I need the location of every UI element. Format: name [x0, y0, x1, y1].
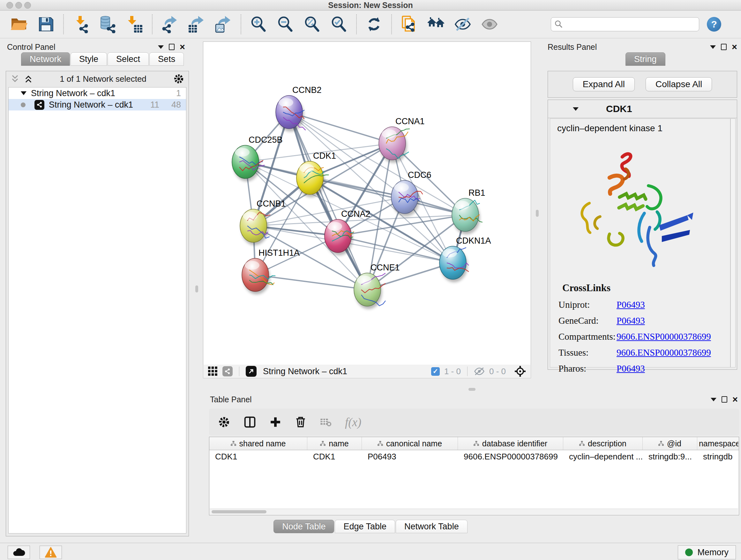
node-label: CCNE1: [370, 263, 400, 272]
crosslink-link[interactable]: 9606.ENSP00000378699: [616, 348, 711, 358]
hide-panel-icon[interactable]: [449, 12, 476, 36]
control-panel-float-icon[interactable]: [169, 44, 175, 50]
results-panel-menu-icon[interactable]: [710, 45, 716, 49]
warning-status-button[interactable]: [40, 546, 62, 559]
open-in-window-icon[interactable]: [246, 366, 257, 377]
export-table-icon[interactable]: [183, 12, 210, 36]
crosslink-link[interactable]: 9606.ENSP00000378699: [616, 331, 711, 342]
show-columns-icon[interactable]: [244, 416, 256, 428]
control-panel-menu-icon[interactable]: [158, 45, 164, 49]
table-panel-close-icon[interactable]: ×: [732, 396, 738, 402]
table-panel-float-icon[interactable]: [722, 396, 727, 402]
right-splitter-grip[interactable]: [536, 210, 539, 217]
refresh-icon[interactable]: [360, 12, 387, 36]
export-network-icon[interactable]: [156, 12, 183, 36]
tab-edge-table[interactable]: Edge Table: [335, 520, 395, 533]
tab-select[interactable]: Select: [108, 52, 149, 66]
table-options-gear-icon[interactable]: [218, 416, 230, 428]
left-splitter-grip[interactable]: [195, 286, 198, 293]
node-label: CCNB1: [257, 199, 286, 208]
import-network-icon[interactable]: [68, 12, 94, 36]
homes-icon[interactable]: [422, 12, 449, 36]
node-CCNB1[interactable]: CCNB1: [240, 199, 286, 245]
node-label: RB1: [468, 188, 485, 198]
column-header[interactable]: namespace: [697, 437, 738, 450]
column-header[interactable]: database identifier: [458, 437, 563, 450]
save-icon[interactable]: [32, 12, 59, 36]
node-HIST1H1A[interactable]: HIST1H1A: [242, 248, 300, 294]
import-table-icon[interactable]: [121, 12, 148, 36]
search-input[interactable]: [563, 18, 699, 30]
column-header[interactable]: shared name: [209, 437, 307, 450]
network-share-view-icon[interactable]: [222, 366, 232, 376]
grid-view-icon[interactable]: [208, 366, 218, 376]
results-panel-float-icon[interactable]: [721, 44, 727, 50]
table-panel-menu-icon[interactable]: [711, 398, 717, 401]
node-CDKN1A[interactable]: CDKN1A: [440, 236, 491, 282]
add-column-icon[interactable]: [270, 416, 281, 428]
network-options-gear-icon[interactable]: [173, 73, 184, 84]
tab-network[interactable]: Network: [21, 52, 70, 66]
edge-HIST1H1A-CCNE1[interactable]: [255, 275, 367, 290]
zoom-selected-icon[interactable]: [326, 12, 352, 36]
column-header[interactable]: description: [563, 437, 643, 450]
search-icon: [554, 20, 563, 29]
bottom-splitter-grip[interactable]: [468, 388, 475, 391]
expand-all-button[interactable]: Expand All: [573, 77, 635, 91]
table-horizontal-scrollbar[interactable]: [210, 509, 738, 515]
node-CCNA1[interactable]: CCNA1: [379, 117, 425, 163]
birds-eye-view-icon[interactable]: [514, 365, 526, 377]
edge-CCNB2-CCNE1[interactable]: [289, 112, 367, 290]
copy-style-icon[interactable]: [396, 12, 422, 36]
column-header[interactable]: canonical name: [362, 437, 458, 450]
tab-string[interactable]: String: [625, 52, 665, 66]
zoom-out-icon[interactable]: [272, 12, 299, 36]
node-table[interactable]: shared name name canonical name database…: [209, 437, 739, 515]
window-title: Session: New Session: [0, 1, 741, 10]
tab-style[interactable]: Style: [71, 52, 107, 66]
table-row[interactable]: CDK1 CDK1 P06493 9606.ENSP00000378699 cy…: [209, 450, 739, 463]
network-row[interactable]: String Network – cdk1 11 48: [9, 99, 186, 111]
collapse-all-icon[interactable]: [10, 74, 19, 83]
crosslink-link[interactable]: P06493: [616, 363, 645, 374]
network-collection-row[interactable]: String Network – cdk1 1: [9, 87, 186, 99]
open-icon[interactable]: [6, 12, 32, 36]
memory-button[interactable]: Memory: [678, 545, 736, 559]
tab-node-table[interactable]: Node Table: [273, 520, 334, 533]
network-canvas[interactable]: CCNB2CCNA1CDC25BCDK1CDC6RB1CCNB1CCNA2CDK…: [203, 42, 531, 365]
zoom-fit-icon[interactable]: [299, 12, 326, 36]
tab-sets[interactable]: Sets: [149, 52, 184, 66]
column-header[interactable]: @id: [643, 437, 697, 450]
results-panel-close-icon[interactable]: ×: [732, 44, 737, 50]
search-box[interactable]: [551, 17, 699, 31]
crosslink-link[interactable]: P06493: [616, 315, 645, 326]
node-CCNB2[interactable]: CCNB2: [276, 85, 322, 132]
help-button[interactable]: ?: [707, 17, 721, 32]
tab-network-table[interactable]: Network Table: [396, 520, 468, 533]
selected-count-checkbox-icon[interactable]: ✓: [431, 367, 440, 376]
edge-CDK1-RB1[interactable]: [310, 178, 465, 215]
crosslink-link[interactable]: P06493: [616, 300, 645, 310]
edge-CCNB2-CCNA1[interactable]: [289, 112, 392, 143]
cloud-status-button[interactable]: [8, 546, 30, 559]
delete-column-icon[interactable]: [294, 416, 307, 428]
column-header[interactable]: name: [307, 437, 362, 450]
control-panel-close-icon[interactable]: ×: [180, 44, 185, 50]
show-panel-icon[interactable]: [476, 12, 503, 36]
gene-card-body: cyclin–dependent kinase 1: [550, 118, 731, 368]
zoom-in-icon[interactable]: [245, 12, 272, 36]
gene-card-header[interactable]: CDK1: [548, 100, 737, 118]
delete-table-icon: [320, 417, 332, 427]
expand-all-icon[interactable]: [24, 74, 33, 83]
memory-label: Memory: [697, 548, 729, 557]
import-database-icon[interactable]: [94, 12, 121, 36]
toolbar-separator: [63, 14, 64, 34]
node-RB1[interactable]: RB1: [452, 188, 485, 234]
export-image-icon[interactable]: [210, 12, 237, 36]
crosslinks-title: CrossLinks: [550, 282, 730, 300]
results-scrollbar[interactable]: [731, 118, 736, 368]
tree-expander-icon[interactable]: [21, 91, 26, 95]
node-CCNE1[interactable]: CCNE1: [354, 263, 400, 309]
collapse-all-button[interactable]: Collapse All: [646, 77, 712, 91]
gene-card-expander-icon[interactable]: [573, 107, 579, 111]
